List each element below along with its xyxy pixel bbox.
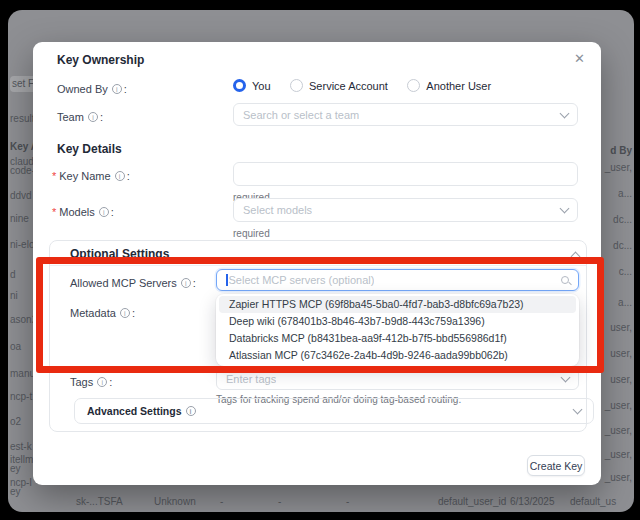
create-key-button[interactable]: Create Key bbox=[527, 455, 585, 476]
models-label: Models bbox=[59, 206, 114, 218]
bg-fragment: _user, bbox=[605, 472, 632, 483]
mcp-server-option[interactable]: Atlassian MCP (67c3462e-2a4b-4d9b-9246-a… bbox=[219, 347, 576, 364]
bg-fragment: _user, bbox=[605, 400, 632, 411]
bg-fragment: ncp-t bbox=[10, 391, 32, 402]
info-icon bbox=[97, 377, 107, 387]
bg-table-cell: - bbox=[346, 496, 349, 507]
optional-settings-panel: Optional Settings Allowed MCP Servers Se… bbox=[49, 240, 587, 432]
radio-label: Another User bbox=[426, 80, 491, 92]
key-details-title: Key Details bbox=[57, 142, 122, 156]
chevron-down-icon bbox=[561, 373, 571, 383]
bg-fragment: manu bbox=[10, 368, 35, 379]
bg-fragment: d bbox=[10, 269, 16, 280]
bg-fragment: ey bbox=[10, 463, 21, 474]
bg-fragment: result bbox=[10, 113, 34, 124]
owned-by-label: Owned By bbox=[57, 83, 127, 95]
bg-fragment: ey bbox=[10, 486, 21, 497]
advanced-settings-title: Advanced Settings bbox=[87, 405, 197, 417]
bg-fragment: _user, bbox=[605, 449, 632, 460]
bg-fragment: user, bbox=[610, 348, 632, 359]
chevron-down-icon bbox=[560, 204, 570, 214]
owned-by-radio-group: You Service Account Another User bbox=[233, 78, 506, 96]
bg-fragment: a... bbox=[618, 188, 632, 199]
bg-fragment: d By bbox=[610, 145, 632, 156]
mcp-servers-combobox[interactable]: Select MCP servers (optional) bbox=[216, 269, 579, 291]
text-caret bbox=[226, 274, 228, 286]
bg-table-cell: sk-...TSFA bbox=[76, 496, 123, 507]
bg-fragment: dc... bbox=[613, 240, 632, 251]
radio-icon bbox=[290, 79, 303, 92]
info-icon bbox=[99, 207, 109, 217]
bg-fragment: _user, bbox=[605, 162, 632, 173]
team-placeholder: Search or select a team bbox=[243, 109, 359, 121]
bg-fragment: ddvd bbox=[10, 190, 32, 201]
mcp-server-option[interactable]: Zapier HTTPS MCP (69f8ba45-5ba0-4fd7-bab… bbox=[219, 296, 576, 313]
close-icon[interactable]: ✕ bbox=[574, 52, 585, 65]
team-label: Team bbox=[57, 111, 103, 123]
required-asterisk: * bbox=[52, 170, 56, 182]
radio-icon bbox=[407, 79, 420, 92]
tags-select[interactable]: Enter tags bbox=[216, 368, 579, 390]
panel-divider bbox=[50, 265, 586, 266]
models-placeholder: Select models bbox=[243, 204, 312, 216]
tags-label: Tags bbox=[70, 376, 112, 388]
radio-icon bbox=[233, 79, 246, 92]
info-icon bbox=[112, 84, 122, 94]
owned-by-radio-option[interactable]: You bbox=[233, 79, 271, 92]
models-required-hint: required bbox=[233, 228, 270, 239]
team-select[interactable]: Search or select a team bbox=[233, 103, 578, 126]
info-icon bbox=[115, 171, 125, 181]
bg-fragment: user, bbox=[610, 374, 632, 385]
owned-by-radio-option[interactable]: Another User bbox=[407, 79, 491, 92]
key-name-field bbox=[233, 162, 578, 186]
metadata-label: Metadata bbox=[70, 307, 135, 319]
bg-fragment: oa bbox=[10, 341, 21, 352]
advanced-settings-header[interactable]: Advanced Settings bbox=[74, 398, 594, 424]
required-asterisk: * bbox=[52, 206, 56, 218]
bg-fragment: est-k bbox=[10, 441, 32, 452]
mcp-servers-placeholder: Select MCP servers (optional) bbox=[229, 274, 375, 286]
info-icon bbox=[181, 278, 191, 288]
chevron-down-icon bbox=[573, 405, 583, 415]
bg-fragment: _user, bbox=[605, 425, 632, 436]
key-name-input[interactable] bbox=[243, 168, 568, 180]
key-ownership-modal: Key Ownership ✕ Owned By You Service Acc… bbox=[33, 42, 601, 485]
bg-fragment: ni bbox=[10, 290, 18, 301]
bg-table-cell: - bbox=[220, 496, 223, 507]
tags-placeholder: Enter tags bbox=[226, 373, 276, 385]
bg-fragment: o2 bbox=[10, 416, 21, 427]
info-icon bbox=[120, 308, 130, 318]
radio-label: You bbox=[252, 80, 271, 92]
radio-label: Service Account bbox=[309, 80, 388, 92]
bg-fragment: nine bbox=[10, 213, 29, 224]
allowed-mcp-servers-label: Allowed MCP Servers bbox=[70, 277, 196, 289]
bg-fragment: user, bbox=[610, 322, 632, 333]
bg-fragment: a... bbox=[618, 297, 632, 308]
info-icon bbox=[88, 112, 98, 122]
modal-title: Key Ownership bbox=[57, 53, 144, 67]
search-icon bbox=[561, 276, 569, 284]
chevron-up-icon[interactable] bbox=[571, 252, 581, 262]
mcp-server-option[interactable]: Databricks MCP (b8431bea-aa9f-412b-b7f5-… bbox=[219, 330, 576, 347]
bg-table-cell: - bbox=[278, 496, 281, 507]
app-window: set FresultKey Aclaudecode-ddvdnineni-el… bbox=[8, 10, 634, 512]
chevron-down-icon bbox=[560, 108, 570, 118]
optional-settings-title[interactable]: Optional Settings bbox=[70, 247, 169, 261]
mcp-server-option[interactable]: Deep wiki (678401b3-8b46-43b7-b9d8-443c7… bbox=[219, 313, 576, 330]
key-name-label: Key Name bbox=[59, 170, 129, 182]
mcp-servers-dropdown: Zapier HTTPS MCP (69f8ba45-5ba0-4fd7-bab… bbox=[216, 294, 579, 366]
bg-table-cell: Unknown bbox=[154, 496, 196, 507]
bg-fragment: code- bbox=[10, 165, 35, 176]
bg-table-cell: 6/13/2025 bbox=[510, 496, 555, 507]
bg-fragment: dc... bbox=[613, 214, 632, 225]
bg-fragment: c... bbox=[619, 266, 632, 277]
models-select[interactable]: Select models bbox=[233, 198, 578, 222]
owned-by-radio-option[interactable]: Service Account bbox=[290, 79, 388, 92]
info-icon bbox=[186, 406, 196, 416]
bg-table-cell: default_user_id bbox=[438, 496, 506, 507]
bg-fragment: ni-elo bbox=[10, 239, 34, 250]
bg-table-cell: default_us bbox=[570, 496, 616, 507]
